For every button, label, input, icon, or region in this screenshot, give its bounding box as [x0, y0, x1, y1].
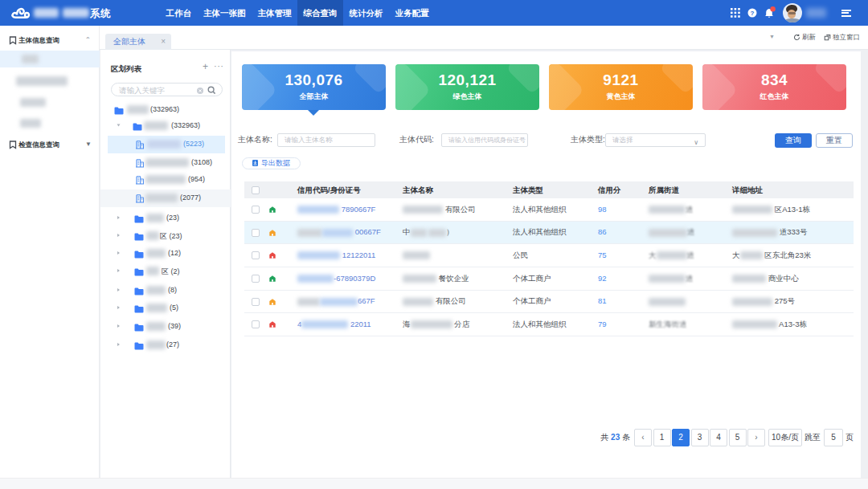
- svg-text:?: ?: [751, 10, 755, 17]
